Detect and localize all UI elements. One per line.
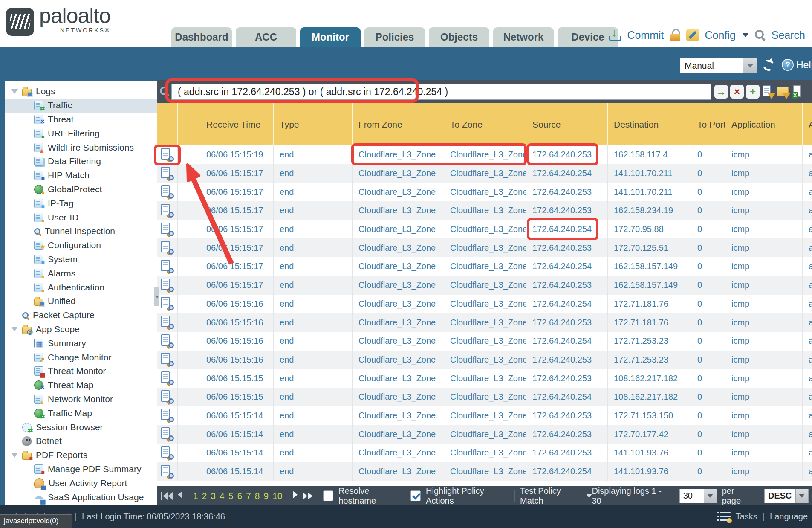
- log-detail-icon[interactable]: [161, 297, 173, 310]
- action-cell[interactable]: allow: [809, 280, 812, 290]
- action-cell[interactable]: allow: [809, 318, 812, 328]
- page-number-4[interactable]: 4: [220, 491, 225, 501]
- expander-arrow-icon[interactable]: [11, 89, 22, 94]
- log-detail-icon[interactable]: [161, 446, 173, 460]
- action-cell[interactable]: allow: [809, 355, 812, 365]
- tasks-button[interactable]: Tasks: [736, 512, 757, 522]
- page-number-8[interactable]: 8: [255, 491, 260, 501]
- action-cell[interactable]: allow: [809, 336, 812, 346]
- application-cell[interactable]: icmp: [731, 299, 749, 309]
- receive-time-cell[interactable]: 06/06 15:15:17: [206, 224, 263, 234]
- to-port-cell[interactable]: 0: [697, 392, 702, 402]
- saved-filters-icon[interactable]: [777, 85, 789, 99]
- receive-time-cell[interactable]: 06/06 15:15:17: [206, 168, 263, 178]
- search-button[interactable]: Search: [772, 29, 805, 41]
- filter-builder-icon[interactable]: [762, 85, 774, 99]
- source-cell[interactable]: 172.64.240.254: [532, 336, 592, 346]
- log-detail-icon[interactable]: [161, 279, 173, 292]
- action-cell[interactable]: allow: [809, 261, 812, 271]
- source-cell[interactable]: 172.64.240.253: [532, 187, 592, 197]
- action-cell[interactable]: allow: [809, 429, 812, 439]
- destination-cell[interactable]: 172.70.177.42: [614, 429, 668, 439]
- type-cell[interactable]: end: [280, 224, 294, 234]
- to-port-cell[interactable]: 0: [697, 243, 702, 253]
- action-cell[interactable]: allow: [809, 374, 812, 383]
- page-number-7[interactable]: 7: [246, 491, 251, 501]
- sidebar-item-url-filtering[interactable]: URL Filtering: [5, 126, 157, 140]
- apply-filter-button[interactable]: →: [714, 85, 728, 99]
- highlight-policy-checkbox[interactable]: [410, 490, 421, 501]
- to-port-cell[interactable]: 0: [697, 374, 702, 383]
- first-page-button[interactable]: [161, 492, 173, 500]
- to-port-cell[interactable]: 0: [697, 448, 702, 458]
- receive-time-cell[interactable]: 06/06 15:15:15: [206, 392, 263, 402]
- application-cell[interactable]: icmp: [731, 448, 749, 458]
- to-port-cell[interactable]: 0: [697, 467, 702, 476]
- application-cell[interactable]: icmp: [731, 429, 749, 439]
- type-cell[interactable]: end: [280, 355, 294, 365]
- log-detail-icon[interactable]: [161, 204, 173, 218]
- destination-cell[interactable]: 172.71.153.150: [614, 411, 673, 421]
- sidebar-item-wildfire-submissions[interactable]: WildFire Submissions: [5, 140, 157, 154]
- source-cell[interactable]: 172.64.240.253: [532, 318, 592, 328]
- action-cell[interactable]: allow: [809, 187, 812, 197]
- action-cell[interactable]: allow: [809, 224, 812, 234]
- source-cell[interactable]: 172.64.240.253: [532, 411, 592, 421]
- to-zone-cell[interactable]: Cloudflare_L3_Zone: [450, 448, 526, 458]
- application-cell[interactable]: icmp: [731, 318, 749, 328]
- source-cell[interactable]: 172.64.240.253: [532, 374, 592, 383]
- sort-order-select[interactable]: DESC: [764, 489, 809, 503]
- type-cell[interactable]: end: [280, 467, 294, 476]
- log-detail-icon[interactable]: [161, 353, 173, 366]
- receive-time-cell[interactable]: 06/06 15:15:17: [206, 280, 263, 290]
- tab-monitor[interactable]: Monitor: [300, 27, 361, 47]
- type-cell[interactable]: end: [280, 243, 294, 253]
- destination-cell[interactable]: 162.158.157.149: [614, 261, 678, 271]
- help-link[interactable]: ? Help: [782, 59, 812, 71]
- source-cell[interactable]: 172.64.240.254: [532, 168, 592, 178]
- from-zone-cell[interactable]: Cloudflare_L3_Zone: [358, 280, 436, 290]
- type-cell[interactable]: end: [280, 299, 294, 309]
- destination-cell[interactable]: 141.101.70.211: [614, 187, 673, 197]
- type-cell[interactable]: end: [280, 187, 294, 197]
- application-cell[interactable]: icmp: [731, 467, 749, 476]
- to-zone-cell[interactable]: Cloudflare_L3_Zone: [450, 355, 526, 365]
- sidebar-item-pdf-reports[interactable]: PDF Reports: [5, 448, 157, 462]
- log-detail-icon[interactable]: [161, 241, 173, 255]
- application-cell[interactable]: icmp: [731, 374, 749, 383]
- sidebar-item-network-monitor[interactable]: Network Monitor: [5, 392, 157, 406]
- to-zone-cell[interactable]: Cloudflare_L3_Zone: [450, 429, 526, 439]
- sidebar-item-threat[interactable]: Threat: [5, 113, 157, 127]
- column-header-action[interactable]: Action: [803, 103, 812, 145]
- sidebar-item-unified[interactable]: Unified: [5, 294, 157, 308]
- sidebar-item-hip-match[interactable]: HIP Match: [5, 168, 157, 183]
- receive-time-cell[interactable]: 06/06 15:15:14: [206, 448, 263, 458]
- log-detail-icon[interactable]: [161, 334, 173, 348]
- to-zone-cell[interactable]: Cloudflare_L3_Zone: [450, 224, 526, 234]
- to-port-cell[interactable]: 0: [697, 187, 702, 197]
- application-cell[interactable]: icmp: [731, 261, 749, 271]
- language-button[interactable]: Language: [770, 512, 808, 522]
- source-cell[interactable]: 172.64.240.253: [532, 355, 592, 365]
- destination-cell[interactable]: 162.158.117.4: [614, 150, 668, 160]
- clear-filter-button[interactable]: ×: [730, 85, 744, 99]
- log-detail-icon[interactable]: [161, 465, 173, 479]
- to-port-cell[interactable]: 0: [697, 411, 702, 421]
- test-policy-match-button[interactable]: Test Policy Match: [520, 486, 592, 506]
- refresh-mode-caret[interactable]: [743, 58, 757, 73]
- sidebar-collapse-handle[interactable]: ◂: [154, 287, 159, 306]
- to-zone-cell[interactable]: Cloudflare_L3_Zone: [450, 336, 526, 346]
- tab-dashboard[interactable]: Dashboard: [171, 27, 232, 47]
- last-page-button[interactable]: [303, 492, 312, 500]
- to-zone-cell[interactable]: Cloudflare_L3_Zone: [450, 374, 526, 383]
- from-zone-cell[interactable]: Cloudflare_L3_Zone: [358, 448, 436, 458]
- to-zone-cell[interactable]: Cloudflare_L3_Zone: [450, 243, 526, 253]
- sidebar-item-change-monitor[interactable]: Change Monitor: [5, 350, 157, 364]
- log-detail-icon[interactable]: [161, 260, 173, 273]
- from-zone-cell[interactable]: Cloudflare_L3_Zone: [358, 206, 436, 215]
- action-cell[interactable]: allow: [809, 299, 812, 309]
- action-cell[interactable]: allow: [809, 448, 812, 458]
- sidebar-item-threat-map[interactable]: Threat Map: [5, 378, 157, 392]
- source-cell[interactable]: 172.64.240.253: [532, 448, 592, 458]
- receive-time-cell[interactable]: 06/06 15:15:14: [206, 411, 263, 421]
